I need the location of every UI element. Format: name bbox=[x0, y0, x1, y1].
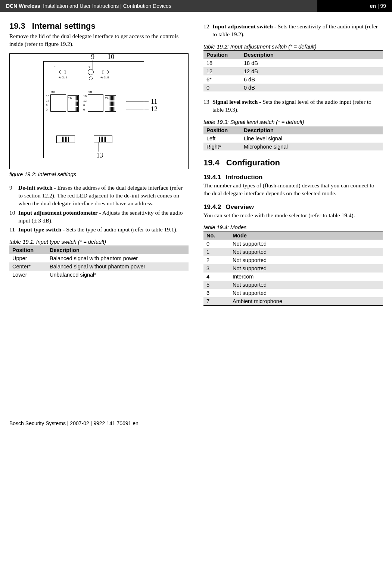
item-11-body: Input type switch - Sets the type of aud… bbox=[18, 226, 178, 234]
figure-19-2-caption: figure 19.2: Internal settings bbox=[9, 171, 189, 177]
t194-h1: Mode bbox=[230, 231, 383, 240]
switch-block-1 bbox=[68, 95, 79, 112]
t192-r2c0: 6* bbox=[203, 75, 241, 84]
item-13: 13 Signal level switch - Sets the signal… bbox=[203, 98, 383, 114]
dip-block-2 bbox=[88, 94, 103, 112]
header-title: DCN Wireless | Installation and User Ins… bbox=[0, 0, 317, 12]
table-row: 6*6 dB bbox=[203, 75, 383, 84]
t193-r1c0: Right* bbox=[203, 143, 241, 151]
sw1-b-icon bbox=[72, 102, 78, 106]
callout-12: 12 bbox=[151, 105, 158, 113]
table-row: 1818 dB bbox=[203, 59, 383, 67]
table-row: Right*Microphone signal bbox=[203, 143, 383, 151]
sub1-text: The number and types of (flush-mounted) … bbox=[203, 182, 383, 197]
item-13-term: Signal level switch bbox=[212, 99, 258, 105]
t194-r5c1: Not supported bbox=[230, 281, 383, 289]
item-11-desc: - Sets the type of audio input (refer to… bbox=[61, 226, 177, 233]
sw2-a-icon bbox=[109, 96, 115, 100]
selector-1 bbox=[56, 136, 75, 143]
table-19-3-caption: table 19.3: Signal level switch (* = def… bbox=[203, 119, 383, 125]
pcb-s12-1: 12 bbox=[46, 99, 49, 102]
table-row: 00 dB bbox=[203, 84, 383, 92]
section-num: 19.3 bbox=[9, 21, 25, 31]
t194-r6c0: 6 bbox=[203, 289, 230, 297]
t194-r7c0: 7 bbox=[203, 297, 230, 306]
dip-block-1 bbox=[50, 94, 66, 112]
table-19-1-caption: table 19.1: Input type switch (* = defau… bbox=[9, 239, 189, 245]
t191-r1c0: Center* bbox=[9, 262, 47, 271]
t194-r6c1: Not supported bbox=[230, 289, 383, 297]
t194-r3c0: 3 bbox=[203, 264, 230, 273]
sub2-text: You can set the mode with the mode selec… bbox=[203, 212, 383, 219]
t194-r4c1: Intercom bbox=[230, 273, 383, 281]
pcb-pm3-1: +/-3dB bbox=[59, 76, 68, 79]
t194-r5c0: 5 bbox=[203, 281, 230, 289]
table-row: UpperBalanced signal with phantom power bbox=[9, 254, 189, 262]
t193-r0c1: Line level signal bbox=[241, 134, 383, 143]
sw2-b-icon bbox=[109, 102, 115, 106]
table-19-4-caption: table 19.4: Modes bbox=[203, 224, 383, 230]
page-footer: Bosch Security Systems | 2007-02 | 9922 … bbox=[9, 418, 383, 426]
header-subtitle: | Installation and User Instructions | C… bbox=[40, 3, 171, 9]
pcb-s18-2: 18 bbox=[83, 94, 87, 98]
item-10-term: Input adjustment potentiometer bbox=[18, 209, 98, 216]
t194-r3c1: Not supported bbox=[230, 264, 383, 273]
right-column: 12 Input adjustment switch - Sets the se… bbox=[203, 21, 383, 306]
section-title: Internal settings bbox=[32, 21, 96, 31]
t194-r1c0: 1 bbox=[203, 248, 230, 256]
t194-r1c1: Not supported bbox=[230, 248, 383, 256]
t193-h1: Description bbox=[241, 126, 383, 134]
section2-title: Configuration bbox=[226, 158, 280, 167]
table-row: 2Not supported bbox=[203, 256, 383, 264]
item-10-body: Input adjustment potentiometer - Adjusts… bbox=[18, 209, 189, 225]
table-19-2: Position Description 1818 dB 1212 dB 6*6… bbox=[203, 50, 383, 92]
item-10: 10 Input adjustment potentiometer - Adju… bbox=[9, 209, 189, 225]
pot2-icon bbox=[102, 70, 109, 74]
pcb-s6-1: 6 bbox=[46, 103, 47, 107]
t191-h0: Position bbox=[9, 246, 47, 255]
pcb-s12-2: 12 bbox=[83, 99, 87, 102]
item-11-num: 11 bbox=[9, 226, 18, 234]
item-12-term: Input adjustment switch bbox=[212, 23, 273, 29]
section-19-3-heading: 19.3Internal settings bbox=[9, 21, 189, 31]
t194-r0c0: 0 bbox=[203, 240, 230, 248]
t194-r4c0: 4 bbox=[203, 273, 230, 281]
t192-h0: Position bbox=[203, 50, 241, 59]
t194-r2c1: Not supported bbox=[230, 256, 383, 264]
pcb-db-1: dB bbox=[51, 90, 55, 93]
table-19-4: No. Mode 0Not supported 1Not supported 2… bbox=[203, 231, 383, 306]
sw1-c-icon bbox=[72, 107, 78, 111]
t193-r0c0: Left bbox=[203, 134, 241, 143]
pcb-s0-2: 0 bbox=[83, 108, 85, 111]
t194-h0: No. bbox=[203, 231, 230, 240]
t192-r2c1: 6 dB bbox=[241, 75, 383, 84]
item-13-num: 13 bbox=[203, 98, 212, 114]
pcb-diagram: 1 2 +/-3dB +/-3dB dB dB 18 12 6 0 18 12 bbox=[43, 61, 144, 158]
page-content: 19.3Internal settings Remove the lid of … bbox=[0, 12, 392, 309]
t191-r2c0: Lower bbox=[9, 271, 47, 279]
t193-r1c1: Microphone signal bbox=[241, 143, 383, 151]
item-12: 12 Input adjustment switch - Sets the se… bbox=[203, 23, 383, 38]
pcb-db-2: dB bbox=[88, 90, 92, 93]
t193-h0: Position bbox=[203, 126, 241, 134]
table-row: LeftLine level signal bbox=[203, 134, 383, 143]
callout-11: 11 bbox=[151, 98, 157, 106]
section2-num: 19.4 bbox=[203, 158, 220, 167]
deinit-led-icon bbox=[89, 77, 93, 80]
sw1-a-icon bbox=[72, 96, 78, 100]
pcb-pm3-2: +/-3dB bbox=[100, 76, 109, 79]
item-12-num: 12 bbox=[203, 23, 212, 38]
header-product: DCN Wireless bbox=[6, 3, 40, 9]
page-header: DCN Wireless | Installation and User Ins… bbox=[0, 0, 392, 12]
item-9-num: 9 bbox=[9, 184, 18, 208]
t192-r1c1: 12 dB bbox=[241, 67, 383, 75]
table-row: 1Not supported bbox=[203, 248, 383, 256]
pcb-n1: 1 bbox=[54, 65, 56, 69]
section-19-4-1-heading: 19.4.1Introduction bbox=[203, 174, 383, 181]
deinit-outer-icon bbox=[88, 69, 94, 75]
item-9: 9 De-init switch - Erases the address of… bbox=[9, 184, 189, 208]
table-19-2-caption: table 19.2: Input adjustment switch (* =… bbox=[203, 44, 383, 50]
t192-r3c0: 0 bbox=[203, 84, 241, 92]
table-row: 4Intercom bbox=[203, 273, 383, 281]
header-page: en | 99 bbox=[317, 0, 392, 12]
